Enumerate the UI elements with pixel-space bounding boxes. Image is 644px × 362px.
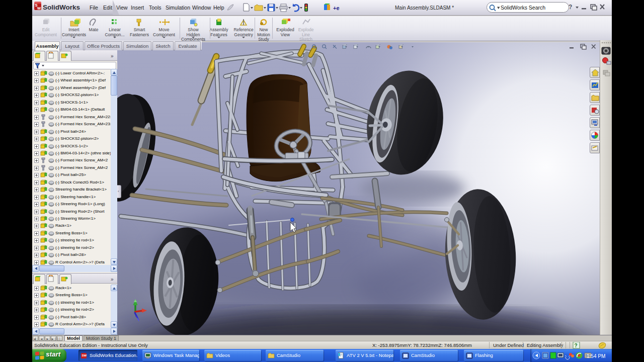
svg-text:?: ? [575, 343, 578, 348]
svg-text:»: » [111, 53, 114, 59]
svg-text:SolidWorks: SolidWorks [43, 4, 80, 11]
svg-text:»: » [111, 277, 114, 282]
svg-text:?: ? [569, 4, 572, 11]
svg-text:1:54 PM: 1:54 PM [587, 353, 605, 359]
svg-text:W: W [37, 6, 41, 11]
svg-text:SW: SW [82, 354, 87, 357]
svg-text:+e: +e [333, 5, 340, 11]
